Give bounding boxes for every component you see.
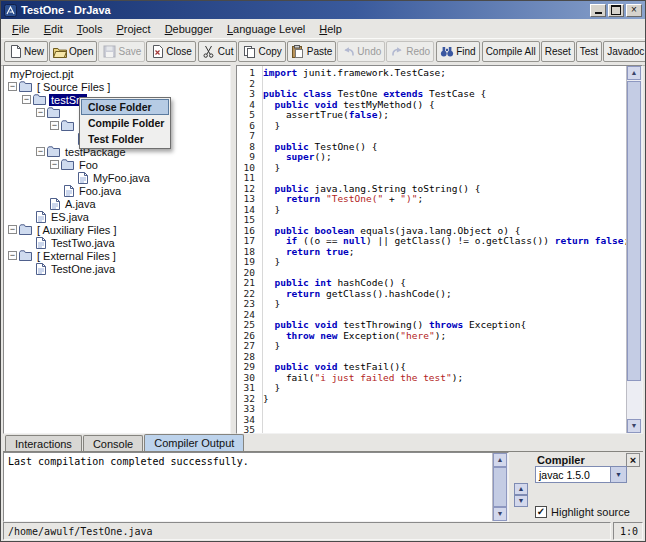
scroll-up-button[interactable]: ▲ [514, 483, 528, 495]
close-window-button[interactable]: × [626, 4, 642, 17]
tree-collapse-handle-icon[interactable]: − [50, 121, 59, 130]
tree-node-myproject-pjt[interactable]: myProject.pjt [4, 67, 230, 80]
tree-node-label: TestTwo.java [49, 237, 117, 249]
tree-collapse-handle-icon[interactable]: − [36, 108, 45, 117]
code-text: } [263, 393, 269, 404]
tree-node-label: TestOne.java [49, 263, 117, 275]
menu-bar: FileEditToolsProjectDebuggerLanguage Lev… [1, 19, 645, 39]
output-scrollbar-thumb[interactable] [493, 467, 507, 507]
tree-node-foo-java[interactable]: Foo.java [4, 184, 230, 197]
close-file-icon [150, 45, 164, 58]
tree-collapse-handle-icon[interactable]: − [36, 147, 45, 156]
code-line: 23 } [237, 299, 627, 310]
maximize-icon [611, 5, 621, 15]
code-line: 14 } [237, 205, 627, 216]
tree-node-testone-java[interactable]: TestOne.java [4, 262, 230, 275]
tree-node-foo[interactable]: −Foo [4, 158, 230, 171]
toolbar-button-label: Undo [357, 46, 381, 57]
file-icon [50, 198, 60, 210]
toolbar-button-redo: Redo [386, 41, 434, 62]
close-pane-button[interactable]: × [626, 453, 640, 467]
menu-tools[interactable]: Tools [70, 21, 110, 37]
tree-node-a-java[interactable]: A.java [4, 197, 230, 210]
folder-icon [33, 94, 46, 105]
menu-file[interactable]: File [5, 21, 37, 37]
toolbar-button-label: Find [456, 46, 475, 57]
context-menu-item-compile-folder[interactable]: Compile Folder [81, 115, 169, 131]
toolbar-button-paste[interactable]: Paste [287, 41, 337, 62]
menu-project[interactable]: Project [109, 21, 157, 37]
editor-scrollbar-thumb[interactable] [627, 81, 641, 381]
scroll-down-arrow-icon[interactable]: ▼ [493, 507, 507, 521]
line-number: 29 [237, 362, 255, 373]
tree-collapse-handle-icon[interactable]: − [8, 82, 17, 91]
tree-collapse-handle-icon[interactable]: − [50, 160, 59, 169]
toolbar-button-copy[interactable]: Copy [238, 41, 285, 62]
tab-compiler-output[interactable]: Compiler Output [144, 434, 244, 451]
toolbar-button-reset[interactable]: Reset [541, 41, 575, 62]
context-menu-item-test-folder[interactable]: Test Folder [81, 131, 169, 147]
toolbar-button-label: Reset [545, 46, 571, 57]
line-number: 21 [237, 278, 255, 289]
menu-edit[interactable]: Edit [37, 21, 70, 37]
toolbar-button-label: Close [166, 46, 192, 57]
toolbar-button-close[interactable]: Close [146, 41, 196, 62]
toolbar-button-open[interactable]: Open [49, 41, 97, 62]
toolbar-button-find[interactable]: Find [436, 41, 479, 62]
toolbar-button-javadoc[interactable]: Javadoc [603, 41, 646, 62]
code-line: 27 } [237, 341, 627, 352]
tree-collapse-handle-icon[interactable]: − [8, 251, 17, 260]
tree-node-testtwo-java[interactable]: TestTwo.java [4, 236, 230, 249]
menu-language-level[interactable]: Language Level [220, 21, 312, 37]
tab-console[interactable]: Console [83, 435, 143, 451]
compiler-panel-title: Compiler [537, 454, 585, 466]
line-number: 7 [237, 131, 255, 142]
scroll-down-arrow-icon[interactable]: ▼ [627, 419, 641, 433]
tree-collapse-handle-icon[interactable]: − [22, 95, 31, 104]
cut-icon [202, 45, 216, 58]
toolbar-button-compile-all[interactable]: Compile All [482, 41, 540, 62]
code-line: 13 return "TestOne(" + ")"; [237, 194, 627, 205]
tree-node-label: Foo [77, 159, 100, 171]
scroll-up-arrow-icon[interactable]: ▲ [627, 66, 641, 80]
tree-node-es-java[interactable]: ES.java [4, 210, 230, 223]
chevron-down-icon[interactable]: ▼ [610, 467, 626, 482]
tree-node-source-files[interactable]: −[ Source Files ] [4, 80, 230, 93]
checkbox-checked-icon[interactable]: ✓ [535, 506, 547, 518]
tree-node-label: ES.java [49, 211, 91, 223]
line-number: 3 [237, 89, 255, 100]
line-number: 25 [237, 320, 255, 331]
code-line: 1import junit.framework.TestCase; [237, 68, 627, 79]
scroll-up-arrow-icon[interactable]: ▲ [493, 453, 507, 467]
highlight-source-option[interactable]: ✓ Highlight source [535, 506, 630, 518]
code-text: public void testMyMethod() { [263, 99, 435, 110]
compiler-select[interactable]: javac 1.5.0 ▼ [535, 466, 627, 483]
status-caret-position: 1:0 [613, 522, 643, 540]
toolbar: NewOpenSaveCloseCutCopyPasteUndoRedoFind… [1, 38, 645, 66]
code-text: public void testThrowing() throws Except… [263, 319, 526, 330]
maximize-button[interactable] [608, 4, 624, 17]
context-menu-item-close-folder[interactable]: Close Folder [81, 99, 169, 115]
code-text: } [263, 256, 280, 267]
tree-node-myfoo-java[interactable]: MyFoo.java [4, 171, 230, 184]
arrow-down-icon: ▼ [518, 497, 525, 504]
toolbar-button-cut[interactable]: Cut [198, 41, 238, 62]
tree-collapse-handle-icon[interactable]: − [8, 225, 17, 234]
minimize-button[interactable] [590, 4, 606, 17]
code-editor[interactable]: 1import junit.framework.TestCase;23publi… [236, 65, 643, 434]
scroll-down-button[interactable]: ▼ [514, 495, 528, 507]
compiler-output-pane[interactable]: Last compilation completed successfully.… [3, 452, 509, 522]
paste-icon [291, 45, 305, 58]
line-number: 19 [237, 257, 255, 268]
menu-debugger[interactable]: Debugger [158, 21, 220, 37]
menu-help[interactable]: Help [312, 21, 349, 37]
toolbar-button-new[interactable]: New [4, 41, 48, 62]
code-text: } [263, 120, 280, 131]
output-scrollbar: ▲ ▼ [492, 453, 508, 521]
tab-interactions[interactable]: Interactions [5, 435, 82, 451]
toolbar-button-test[interactable]: Test [576, 41, 602, 62]
code-area[interactable]: 1import junit.framework.TestCase;23publi… [237, 66, 627, 433]
code-text: super(); [263, 151, 332, 162]
tree-node-auxiliary-files[interactable]: −[ Auxiliary Files ] [4, 223, 230, 236]
tree-node-external-files[interactable]: −[ External Files ] [4, 249, 230, 262]
